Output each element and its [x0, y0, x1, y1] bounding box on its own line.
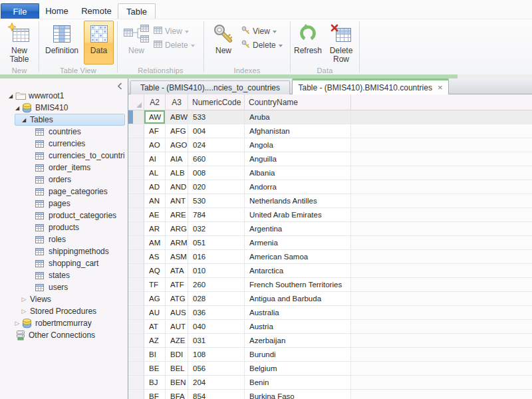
row-header[interactable]	[128, 264, 144, 278]
tree-item-other-connections[interactable]: Other Connections	[0, 329, 127, 341]
index-view-button[interactable]: View	[241, 25, 277, 37]
grid-cell[interactable]: Benin	[245, 376, 351, 390]
row-header[interactable]	[128, 278, 144, 292]
grid-cell[interactable]: ARM	[166, 236, 188, 250]
grid-cell[interactable]: Afghanistan	[245, 124, 351, 138]
home-tab[interactable]: Home	[39, 3, 75, 19]
column-header-countryname[interactable]: CountryName	[245, 94, 351, 110]
grid-cell[interactable]: AUS	[166, 306, 188, 320]
grid-cell[interactable]: AUT	[166, 320, 188, 334]
grid-cell[interactable]: United Arab Emirates	[245, 208, 351, 222]
grid-cell[interactable]: AFG	[166, 124, 188, 138]
grid-cell[interactable]: AZ	[144, 334, 166, 348]
grid-cell[interactable]: 660	[188, 152, 245, 166]
column-header-a2[interactable]: A2	[144, 94, 166, 110]
grid-cell[interactable]: AN	[144, 194, 166, 208]
row-header[interactable]	[128, 138, 144, 152]
grid-cell[interactable]: Anguilla	[245, 152, 351, 166]
tree-item-pages[interactable]: pages	[0, 198, 127, 209]
grid-cell[interactable]: ASM	[166, 250, 188, 264]
tree-item-views[interactable]: ▷Views	[0, 293, 127, 305]
row-header[interactable]	[128, 306, 144, 320]
grid-cell[interactable]: 051	[188, 236, 245, 250]
grid-cell[interactable]: 108	[188, 348, 245, 362]
tree-item-page-categories[interactable]: page_categories	[0, 186, 127, 198]
expanded-arrow-icon[interactable]: ◢	[19, 117, 29, 123]
grid-cell[interactable]: French Southern Territories	[245, 278, 351, 292]
grid-cell[interactable]: 260	[188, 278, 245, 292]
grid-cell[interactable]: BFA	[166, 390, 188, 399]
grid-cell[interactable]: ATF	[166, 278, 188, 292]
table-tab-active[interactable]: Table	[118, 3, 156, 19]
grid-cell[interactable]: Antarctica	[245, 264, 351, 278]
relationship-view-button[interactable]: View	[154, 25, 189, 37]
grid-cell[interactable]: AM	[144, 236, 166, 250]
grid-cell[interactable]: 204	[188, 376, 245, 390]
relationship-new-button[interactable]: New	[120, 21, 152, 65]
grid-cell[interactable]: AF	[144, 124, 166, 138]
index-new-button[interactable]: New	[208, 21, 239, 65]
grid-cell[interactable]: ALB	[166, 166, 188, 180]
grid-cell[interactable]: AGO	[166, 138, 188, 152]
grid-cell[interactable]: Austria	[245, 320, 351, 334]
grid-cell[interactable]: AU	[144, 306, 166, 320]
grid-cell[interactable]: 004	[188, 124, 245, 138]
grid-cell[interactable]: Azerbaijan	[245, 334, 351, 348]
tree-item-shopping-cart[interactable]: shopping_cart	[0, 257, 127, 269]
grid-cell[interactable]: BI	[144, 348, 166, 362]
collapsed-arrow-icon[interactable]: ▷	[13, 320, 22, 327]
grid-cell[interactable]: 020	[188, 180, 245, 194]
definition-button[interactable]: Definition	[41, 21, 82, 65]
grid-cell[interactable]: Armenia	[245, 236, 351, 250]
grid-cell[interactable]: Belgium	[245, 362, 351, 376]
tree-item-stored-procedures[interactable]: ▷Stored Procedures	[0, 305, 127, 317]
tree-item-tables[interactable]: ◢Tables	[0, 114, 127, 126]
tree-item-currencies-to-countries[interactable]: currencies_to_countries	[0, 150, 127, 162]
row-header[interactable]	[128, 236, 144, 250]
tree-item-orders[interactable]: orders	[0, 174, 127, 186]
grid-cell[interactable]: 031	[188, 334, 245, 348]
grid-cell[interactable]: 784	[188, 208, 245, 222]
tree-item-roles[interactable]: roles	[0, 233, 127, 245]
row-header[interactable]	[128, 222, 144, 236]
tree-item-product-categories[interactable]: product_categories	[0, 209, 127, 221]
tree-item-robertmcmurray[interactable]: ▷robertmcmurray	[0, 317, 127, 329]
tree-item-products[interactable]: products	[0, 221, 127, 233]
grid-cell[interactable]: Argentina	[245, 222, 351, 236]
grid-cell[interactable]: 533	[188, 110, 245, 124]
grid-cell[interactable]: ATG	[166, 292, 188, 306]
grid-cell[interactable]: BDI	[166, 348, 188, 362]
tree-item-shippingmethods[interactable]: shippingmethods	[0, 245, 127, 257]
grid-cell[interactable]: 008	[188, 166, 245, 180]
collapsed-arrow-icon[interactable]: ▷	[19, 308, 29, 315]
grid-cell[interactable]: ATA	[166, 264, 188, 278]
grid-cell[interactable]: BJ	[144, 376, 166, 390]
grid-cell[interactable]: AZE	[166, 334, 188, 348]
grid-cell[interactable]: AS	[144, 250, 166, 264]
refresh-button[interactable]: Refresh	[292, 21, 324, 65]
grid-cell[interactable]: AR	[144, 222, 166, 236]
row-header[interactable]	[128, 124, 144, 138]
tree-item-order-items[interactable]: order_items	[0, 162, 127, 174]
grid-cell[interactable]: Burundi	[245, 348, 351, 362]
grid-cell[interactable]: Netherlands Antilles	[245, 194, 351, 208]
row-header[interactable]	[128, 194, 144, 208]
grid-cell[interactable]: ARG	[166, 222, 188, 236]
grid-cell[interactable]: BE	[144, 362, 166, 376]
collapsed-arrow-icon[interactable]: ▷	[19, 296, 29, 303]
grid-cell[interactable]: AL	[144, 166, 166, 180]
grid-cell[interactable]: ARE	[166, 208, 188, 222]
row-header[interactable]	[128, 166, 144, 180]
grid-cell[interactable]: AW	[144, 110, 166, 124]
grid-cell[interactable]: Australia	[245, 306, 351, 320]
grid-cell[interactable]: American Samoa	[245, 250, 351, 264]
row-header[interactable]	[128, 152, 144, 166]
grid-cell[interactable]: AIA	[166, 152, 188, 166]
grid-cell[interactable]: Aruba	[245, 110, 351, 124]
row-header[interactable]	[128, 208, 144, 222]
grid-cell[interactable]: 010	[188, 264, 245, 278]
grid-cell[interactable]: BEN	[166, 376, 188, 390]
grid-cell[interactable]: ABW	[166, 110, 188, 124]
index-delete-button[interactable]: Delete	[241, 39, 283, 51]
grid-cell[interactable]: AE	[144, 208, 166, 222]
